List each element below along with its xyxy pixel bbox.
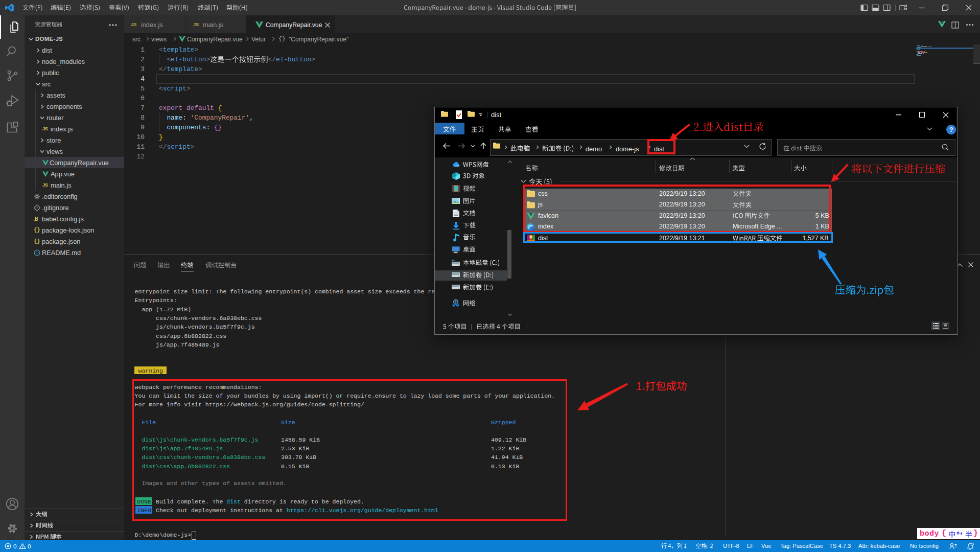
svg-text:?: ? — [949, 126, 953, 133]
